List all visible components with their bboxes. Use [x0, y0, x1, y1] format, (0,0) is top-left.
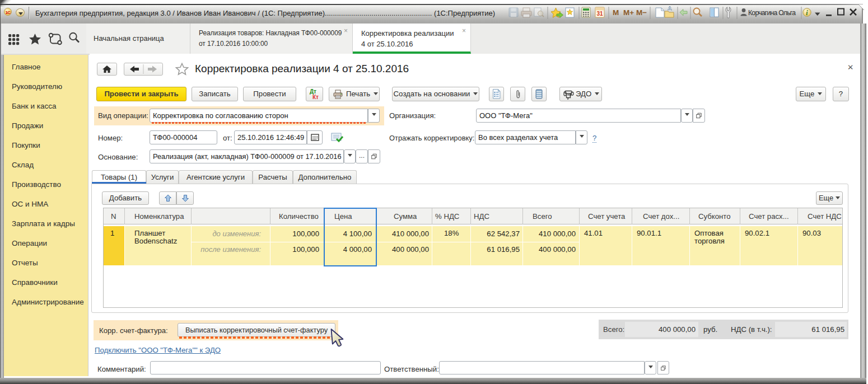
- svg-text:Кт: Кт: [312, 94, 319, 100]
- svg-text:31: 31: [596, 11, 603, 17]
- svg-text:Корчагина Ольга: Корчагина Ольга: [748, 9, 796, 17]
- svg-text:M: M: [613, 8, 619, 17]
- svg-text:M+: M+: [623, 8, 634, 17]
- svg-text:M−: M−: [636, 8, 647, 17]
